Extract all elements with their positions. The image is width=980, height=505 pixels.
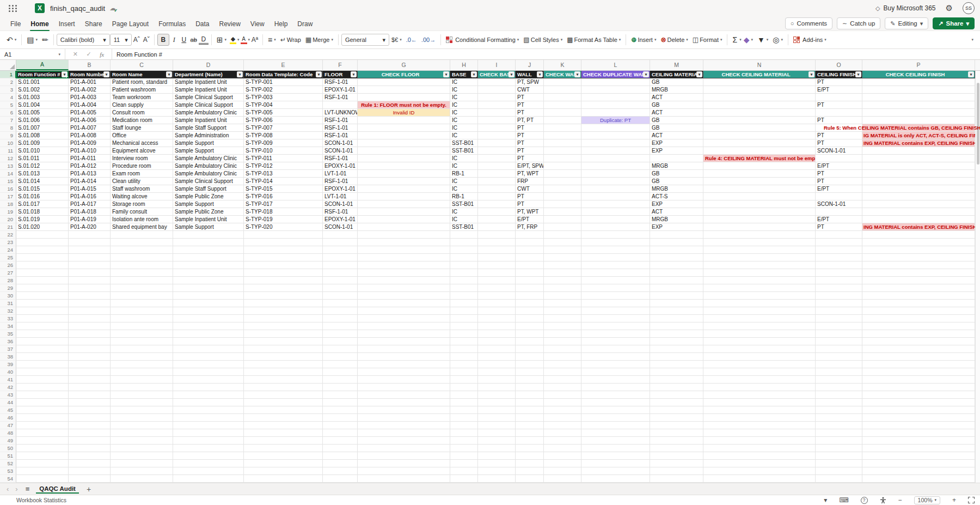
cell-B30[interactable] <box>69 292 111 300</box>
cell-H44[interactable] <box>450 399 478 406</box>
cell-G15[interactable] <box>358 178 450 185</box>
cell-N52[interactable] <box>703 460 816 467</box>
cell-N7[interactable] <box>703 117 816 124</box>
cell-G4[interactable] <box>358 94 450 101</box>
cell-O29[interactable] <box>816 284 862 292</box>
cell-K11[interactable] <box>544 147 581 155</box>
cell-G47[interactable] <box>358 422 450 429</box>
cell-I3[interactable] <box>478 86 516 94</box>
cell-D49[interactable] <box>173 437 244 445</box>
cell-L50[interactable] <box>581 445 650 452</box>
cell-N16[interactable] <box>703 185 816 193</box>
cell-F53[interactable] <box>323 467 358 475</box>
cell-M49[interactable] <box>650 437 703 445</box>
cell-L24[interactable] <box>581 246 650 254</box>
row-header-11[interactable]: 11 <box>0 147 16 155</box>
cell-K46[interactable] <box>544 414 581 422</box>
cell-F51[interactable] <box>323 452 358 460</box>
font-name-dropdown[interactable]: Calibri (bold)▾ <box>57 34 110 46</box>
cell-P41[interactable] <box>862 376 975 384</box>
filter-button-B[interactable]: ▾ <box>103 71 109 77</box>
row-header-26[interactable]: 26 <box>0 261 16 269</box>
cell-F38[interactable] <box>323 353 358 361</box>
increase-font-size-button[interactable]: Aˆ <box>132 34 142 46</box>
cell-B52[interactable] <box>69 460 111 467</box>
cell-K26[interactable] <box>544 261 581 269</box>
cell-D34[interactable] <box>173 323 244 330</box>
next-sheet-chevron[interactable]: › <box>12 485 21 493</box>
cell-N15[interactable] <box>703 178 816 185</box>
cell-C23[interactable] <box>111 239 173 246</box>
cell-O10[interactable]: PT <box>816 139 862 147</box>
cell-L44[interactable] <box>581 399 650 406</box>
cell-H19[interactable]: IC <box>450 208 478 216</box>
cell-D23[interactable] <box>173 239 244 246</box>
cell-O35[interactable] <box>816 330 862 338</box>
cell-J19[interactable]: PT, WPT <box>516 208 544 216</box>
cell-F23[interactable] <box>323 239 358 246</box>
cell-M44[interactable] <box>650 399 703 406</box>
cell-F7[interactable]: RSF-1-01 <box>323 117 358 124</box>
cell-H46[interactable] <box>450 414 478 422</box>
cell-J45[interactable] <box>516 406 544 414</box>
cell-N13[interactable] <box>703 162 816 170</box>
cell-J30[interactable] <box>516 292 544 300</box>
cell-M30[interactable] <box>650 292 703 300</box>
cell-A54[interactable] <box>16 475 69 483</box>
cell-D28[interactable] <box>173 277 244 284</box>
cell-B25[interactable] <box>69 254 111 261</box>
cell-A39[interactable] <box>16 361 69 368</box>
number-format-dropdown[interactable]: General▾ <box>341 34 389 46</box>
document-title[interactable]: finish_qaqc_audit <box>50 4 105 13</box>
cell-I14[interactable] <box>478 170 516 178</box>
cell-O44[interactable] <box>816 399 862 406</box>
cell-D51[interactable] <box>173 452 244 460</box>
cell-M19[interactable]: ACT <box>650 208 703 216</box>
cell-N29[interactable] <box>703 284 816 292</box>
cell-P52[interactable] <box>862 460 975 467</box>
cell-G33[interactable] <box>358 315 450 323</box>
cell-D44[interactable] <box>173 399 244 406</box>
cell-K16[interactable] <box>544 185 581 193</box>
cell-F21[interactable]: SCON-1-01 <box>323 223 358 231</box>
cell-L20[interactable] <box>581 216 650 223</box>
cell-A20[interactable]: S.01.019 <box>16 216 69 223</box>
cell-D27[interactable] <box>173 269 244 277</box>
cell-E36[interactable] <box>244 338 323 345</box>
cell-K36[interactable] <box>544 338 581 345</box>
cell-F18[interactable]: SCON-1-01 <box>323 200 358 208</box>
cell-H26[interactable] <box>450 261 478 269</box>
cell-D12[interactable]: Sample Ambulatory Clinic <box>173 155 244 162</box>
cell-B41[interactable] <box>69 376 111 384</box>
cell-P8[interactable]: Rule 5: When CEILING MATERIAL contains G… <box>862 124 975 132</box>
cell-M46[interactable] <box>650 414 703 422</box>
cell-K47[interactable] <box>544 422 581 429</box>
cell-B27[interactable] <box>69 269 111 277</box>
cell-A52[interactable] <box>16 460 69 467</box>
cell-G43[interactable] <box>358 391 450 399</box>
cell-N8[interactable] <box>703 124 816 132</box>
cell-P25[interactable] <box>862 254 975 261</box>
cell-A42[interactable] <box>16 384 69 391</box>
cell-G31[interactable] <box>358 300 450 307</box>
cell-G10[interactable] <box>358 139 450 147</box>
cell-O11[interactable]: SCON-1-01 <box>816 147 862 155</box>
cell-C3[interactable]: Patient washroom <box>111 86 173 94</box>
workbook-statistics-button[interactable]: Workbook Statistics <box>5 497 66 503</box>
cell-L31[interactable] <box>581 300 650 307</box>
cell-C39[interactable] <box>111 361 173 368</box>
cell-H47[interactable] <box>450 422 478 429</box>
cell-M48[interactable] <box>650 429 703 437</box>
cell-H34[interactable] <box>450 323 478 330</box>
cell-H49[interactable] <box>450 437 478 445</box>
cell-O6[interactable] <box>816 109 862 117</box>
cell-J22[interactable] <box>516 231 544 239</box>
cell-C10[interactable]: Mechanical access <box>111 139 173 147</box>
cell-G8[interactable] <box>358 124 450 132</box>
formula-input[interactable]: Room Function # <box>112 49 980 59</box>
italic-button[interactable]: I <box>169 34 179 46</box>
cell-F36[interactable] <box>323 338 358 345</box>
cell-A17[interactable]: S.01.016 <box>16 193 69 200</box>
cell-B21[interactable]: P01-A-020 <box>69 223 111 231</box>
cell-I44[interactable] <box>478 399 516 406</box>
